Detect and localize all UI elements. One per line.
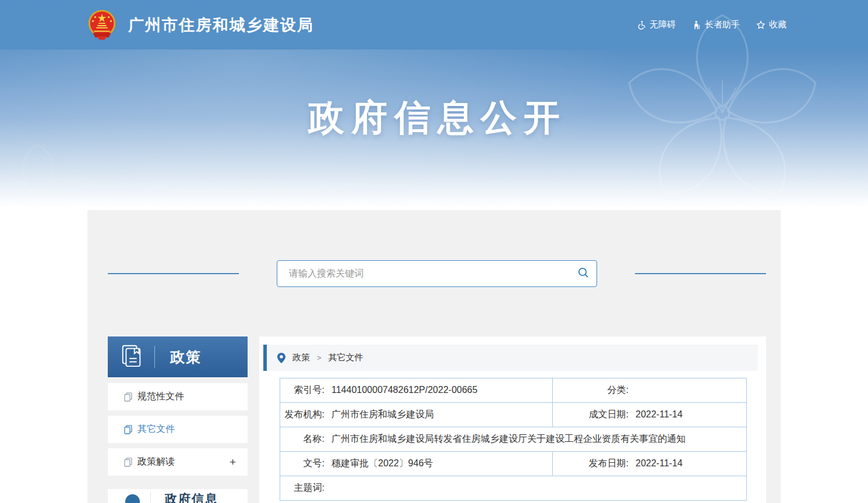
accessibility-icon	[637, 20, 646, 30]
national-emblem-logo	[85, 8, 119, 42]
page: 广州市住房和城乡建设局 无障碍	[0, 0, 868, 503]
accessibility-link[interactable]: 无障碍	[637, 19, 676, 30]
table-row: 索引号:11440100007482612P/2022-00665 分类:	[280, 378, 747, 403]
content-panel: 政策 规范性文件	[87, 210, 781, 503]
sidebar-section-title: 政策	[170, 348, 202, 367]
policy-book-icon	[119, 343, 144, 370]
location-pin-icon	[277, 353, 285, 363]
elderly-assistant-icon	[692, 20, 701, 30]
document-icon	[124, 458, 132, 467]
field-value: 2022-11-14	[636, 458, 683, 468]
field-label: 索引号:	[280, 384, 324, 396]
site-title: 广州市住房和城乡建设局	[128, 15, 314, 36]
document-info-table: 索引号:11440100007482612P/2022-00665 分类: 发布…	[280, 378, 747, 501]
breadcrumb-separator: >	[317, 353, 322, 362]
document-icon	[124, 392, 132, 402]
star-icon	[756, 20, 765, 30]
search-box	[277, 260, 597, 287]
search-input[interactable]	[277, 261, 570, 286]
elderly-assistant-link[interactable]: 长者助手	[692, 19, 740, 30]
decorative-line-right	[635, 273, 766, 274]
search-icon	[577, 267, 590, 281]
field-label: 发布日期:	[553, 458, 629, 470]
sidebar-item-policy-interpretation[interactable]: 政策解读 +	[108, 448, 248, 476]
field-label: 分类:	[553, 384, 629, 396]
favorite-link[interactable]: 收藏	[756, 19, 786, 30]
field-written-date: 成文日期:2022-11-14	[553, 403, 747, 427]
main-content-card: 政策 > 其它文件 索引号:11440100007482612P/2022-00…	[259, 336, 766, 503]
site-brand[interactable]: 广州市住房和城乡建设局	[85, 0, 314, 49]
info-circle-icon	[125, 494, 140, 503]
sidebar-section-government-info[interactable]: 政府信息	[108, 489, 248, 503]
field-value: 2022-11-14	[636, 409, 683, 419]
page-title: 政府信息公开	[0, 93, 868, 142]
vertical-divider	[154, 346, 155, 368]
quick-link-label: 长者助手	[705, 19, 740, 30]
field-name: 名称:广州市住房和城乡建设局转发省住房城乡建设厅关于建设工程企业资质有关事宜的通…	[280, 427, 747, 452]
breadcrumb-item-policy[interactable]: 政策	[292, 352, 310, 363]
sidebar-item-label: 其它文件	[137, 423, 175, 435]
field-index-no: 索引号:11440100007482612P/2022-00665	[280, 378, 553, 403]
field-doc-no: 文号:穗建审批〔2022〕946号	[280, 452, 553, 476]
table-row: 名称:广州市住房和城乡建设局转发省住房城乡建设厅关于建设工程企业资质有关事宜的通…	[280, 427, 747, 452]
field-publisher: 发布机构:广州市住房和城乡建设局	[280, 403, 553, 427]
quick-link-label: 收藏	[769, 19, 786, 30]
field-value: 广州市住房和城乡建设局	[331, 409, 434, 419]
breadcrumb-item-other-documents[interactable]: 其它文件	[329, 352, 364, 363]
field-value: 广州市住房和城乡建设局转发省住房城乡建设厅关于建设工程企业资质有关事宜的通知	[331, 434, 686, 444]
sidebar-item-label: 政策解读	[137, 456, 175, 468]
search-button[interactable]	[570, 261, 597, 286]
sidebar-section-policy[interactable]: 政策	[108, 336, 248, 377]
field-label: 文号:	[280, 458, 324, 470]
sidebar-item-normative-documents[interactable]: 规范性文件	[108, 383, 248, 410]
table-row: 主题词:	[280, 476, 747, 501]
field-label: 成文日期:	[553, 409, 629, 421]
table-row: 文号:穗建审批〔2022〕946号 发布日期:2022-11-14	[280, 452, 747, 476]
sidebar-item-other-documents[interactable]: 其它文件	[108, 416, 248, 443]
sidebar-section-title: 政府信息	[165, 491, 218, 503]
sidebar-items: 规范性文件 其它文件	[108, 383, 248, 476]
field-label: 发布机构:	[280, 409, 324, 421]
field-publish-date: 发布日期:2022-11-14	[553, 452, 747, 476]
field-label: 主题词:	[280, 482, 324, 494]
document-icon	[124, 425, 132, 434]
site-header: 广州市住房和城乡建设局 无障碍	[0, 0, 868, 50]
vertical-divider	[150, 492, 151, 503]
quick-link-label: 无障碍	[650, 19, 676, 30]
field-category: 分类:	[553, 378, 747, 403]
sidebar: 政策 规范性文件	[108, 336, 248, 503]
decorative-line-left	[108, 273, 239, 274]
sidebar-item-label: 规范性文件	[137, 391, 184, 403]
field-value: 穗建审批〔2022〕946号	[331, 458, 433, 468]
table-row: 发布机构:广州市住房和城乡建设局 成文日期:2022-11-14	[280, 403, 747, 427]
field-value: 11440100007482612P/2022-00665	[331, 385, 478, 395]
field-keywords: 主题词:	[280, 476, 747, 501]
expand-plus-icon[interactable]: +	[230, 456, 236, 469]
quick-links: 无障碍 长者助手 收藏	[637, 0, 786, 49]
field-label: 名称:	[280, 433, 324, 445]
breadcrumb: 政策 > 其它文件	[263, 345, 758, 371]
